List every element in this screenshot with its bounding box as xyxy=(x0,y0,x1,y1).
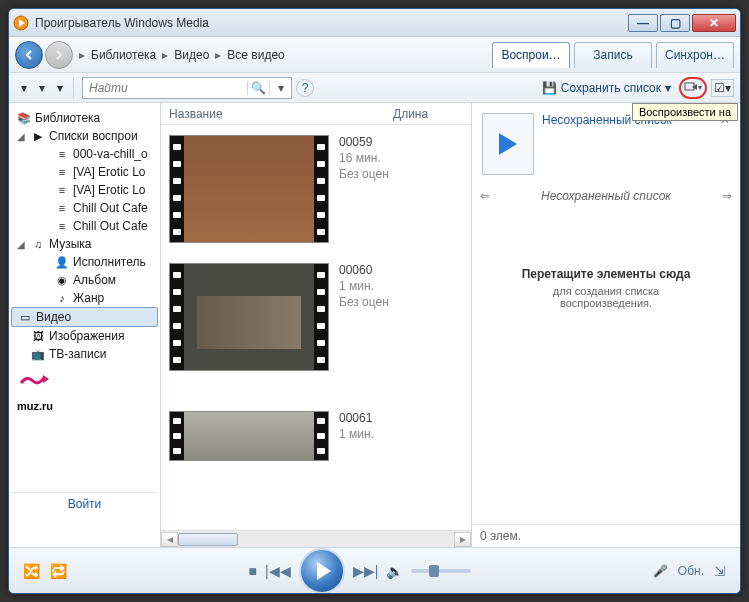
minimize-button[interactable]: — xyxy=(628,14,658,32)
stream-menu[interactable]: ▾ xyxy=(33,78,51,98)
drop-zone[interactable]: Перетащите элементы сюда для создания сп… xyxy=(472,207,740,524)
organize-menu[interactable]: ▾ xyxy=(15,78,33,98)
prev-list-button[interactable]: ⇐ xyxy=(480,189,490,203)
volume-knob[interactable] xyxy=(429,565,439,577)
video-meta: 00061 1 мин. xyxy=(339,411,374,441)
play-icon xyxy=(499,133,517,155)
tab-play[interactable]: Воспрои… xyxy=(492,42,570,68)
create-playlist-menu[interactable]: ▾ xyxy=(51,78,69,98)
tree-playlist-item[interactable]: ≡[VA] Erotic Lo xyxy=(11,181,158,199)
tree-music[interactable]: ◢♫Музыка xyxy=(11,235,158,253)
stop-button[interactable]: ■ xyxy=(249,563,257,579)
back-button[interactable] xyxy=(15,41,43,69)
label: Chill Out Cafe xyxy=(73,219,148,233)
video-item[interactable]: 00061 1 мин. xyxy=(169,401,463,471)
search-icon[interactable]: 🔍 xyxy=(247,81,269,95)
clear-list-button[interactable]: ✕ xyxy=(720,113,730,175)
thumb-image xyxy=(184,412,314,460)
forward-button[interactable] xyxy=(45,41,73,69)
drop-sub: для создания списка xyxy=(553,285,659,297)
tree-artist[interactable]: 👤Исполнитель xyxy=(11,253,158,271)
tree-playlist-item[interactable]: ≡Chill Out Cafe xyxy=(11,199,158,217)
next-list-button[interactable]: ⇒ xyxy=(722,189,732,203)
save-icon: 💾 xyxy=(542,81,557,95)
nav-row: ▸ Библиотека ▸ Видео ▸ Все видео Воспрои… xyxy=(9,37,740,73)
tree-playlist-item[interactable]: ≡[VA] Erotic Lo xyxy=(11,163,158,181)
help-button[interactable]: ? xyxy=(296,79,314,97)
save-list-button[interactable]: 💾 Сохранить список ▾ xyxy=(538,79,675,97)
video-duration: 1 мин. xyxy=(339,279,389,293)
video-meta: 00059 16 мин. Без оцен xyxy=(339,135,389,181)
breadcrumb-video[interactable]: Видео xyxy=(174,48,209,62)
player-right: 🎤 Обн. ⇲ xyxy=(653,563,726,579)
video-list: 00059 16 мин. Без оцен 00060 xyxy=(161,125,471,530)
video-name: 00060 xyxy=(339,263,389,277)
content-pane: Название Длина 00059 16 мин. Без оцен xyxy=(161,103,472,547)
tree-playlists[interactable]: ◢▶Списки воспрои xyxy=(11,127,158,145)
label: Изображения xyxy=(49,329,124,343)
tree-playlist-item[interactable]: ≡000-va-chill_o xyxy=(11,145,158,163)
collapse-icon[interactable]: ◢ xyxy=(17,131,27,142)
logo-text: muz.ru xyxy=(17,400,152,412)
drop-title: Перетащите элементы сюда xyxy=(522,267,691,281)
tree-images[interactable]: 🖼Изображения xyxy=(11,327,158,345)
col-name[interactable]: Название xyxy=(169,107,393,121)
tab-sync[interactable]: Синхрон… xyxy=(656,42,734,68)
muzru-logo[interactable]: muz.ru xyxy=(17,373,152,412)
maximize-button[interactable]: ▢ xyxy=(660,14,690,32)
search-dropdown[interactable]: ▾ xyxy=(269,81,291,95)
mute-button[interactable]: 🔈 xyxy=(386,563,403,579)
tab-burn[interactable]: Запись xyxy=(574,42,652,68)
shuffle-button[interactable]: 🔀 xyxy=(23,563,40,579)
separator xyxy=(73,78,74,98)
switch-view-button[interactable]: ⇲ xyxy=(714,563,726,579)
search-box: 🔍 ▾ xyxy=(82,77,292,99)
collapse-icon[interactable]: ◢ xyxy=(17,239,27,250)
video-item[interactable]: 00059 16 мин. Без оцен xyxy=(169,125,463,253)
refresh-label[interactable]: Обн. xyxy=(678,564,704,578)
thumb-image xyxy=(184,136,314,242)
login-link[interactable]: Войти xyxy=(11,492,158,515)
tree-library[interactable]: 📚Библиотека xyxy=(11,109,158,127)
play-button[interactable] xyxy=(299,548,345,594)
tree-playlist-item[interactable]: ≡Chill Out Cafe xyxy=(11,217,158,235)
search-input[interactable] xyxy=(83,81,247,95)
video-duration: 1 мин. xyxy=(339,427,374,441)
close-button[interactable]: ✕ xyxy=(692,14,736,32)
options-button[interactable]: ☑▾ xyxy=(711,79,734,97)
scroll-track[interactable] xyxy=(178,532,454,547)
tree-video[interactable]: ▭Видео xyxy=(11,307,158,327)
video-name: 00059 xyxy=(339,135,389,149)
tree-tv[interactable]: 📺ТВ-записи xyxy=(11,345,158,363)
player-left: 🔀 🔁 xyxy=(23,563,67,579)
tree-genre[interactable]: ♪Жанр xyxy=(11,289,158,307)
breadcrumb[interactable]: ▸ Библиотека ▸ Видео ▸ Все видео xyxy=(79,48,285,62)
breadcrumb-library[interactable]: Библиотека xyxy=(91,48,156,62)
label: Музыка xyxy=(49,237,91,251)
volume-slider[interactable] xyxy=(411,569,471,573)
playlist-icon: ≡ xyxy=(55,165,69,179)
chevron-down-icon: ▾ xyxy=(665,81,671,95)
scroll-left-button[interactable]: ◂ xyxy=(161,532,178,547)
column-headers: Название Длина xyxy=(161,103,471,125)
scroll-thumb[interactable] xyxy=(178,533,238,546)
prev-button[interactable]: |◀◀ xyxy=(265,563,291,579)
film-sprocket xyxy=(314,264,328,370)
label: Chill Out Cafe xyxy=(73,201,148,215)
film-sprocket xyxy=(170,264,184,370)
breadcrumb-all-video[interactable]: Все видео xyxy=(227,48,284,62)
repeat-button[interactable]: 🔁 xyxy=(50,563,67,579)
play-to-icon xyxy=(684,82,698,94)
col-length[interactable]: Длина xyxy=(393,107,463,121)
horizontal-scrollbar[interactable]: ◂ ▸ xyxy=(161,530,471,547)
play-icon xyxy=(317,562,331,580)
play-to-button[interactable]: ▾ xyxy=(679,77,707,99)
next-button[interactable]: ▶▶| xyxy=(353,563,379,579)
svg-marker-2 xyxy=(43,375,49,383)
scroll-right-button[interactable]: ▸ xyxy=(454,532,471,547)
mic-icon[interactable]: 🎤 xyxy=(653,564,668,578)
video-thumbnail xyxy=(169,263,329,371)
tree-album[interactable]: ◉Альбом xyxy=(11,271,158,289)
music-icon: ♫ xyxy=(31,237,45,251)
video-item[interactable]: 00060 1 мин. Без оцен xyxy=(169,253,463,381)
